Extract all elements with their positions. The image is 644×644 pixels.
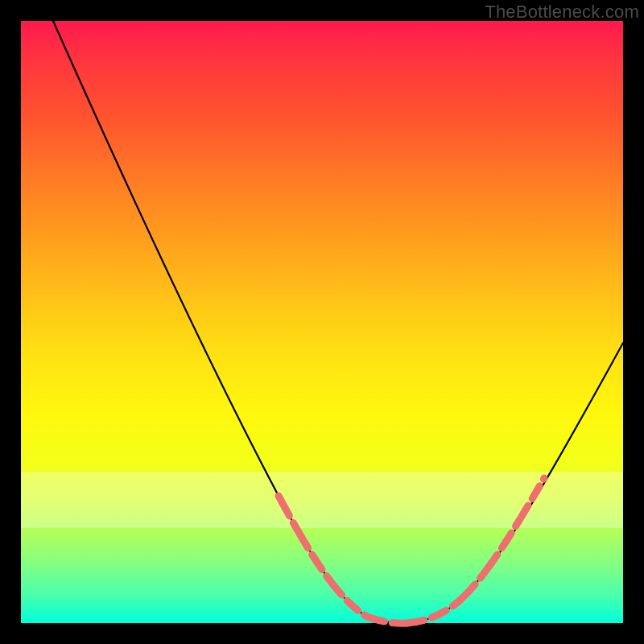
bottleneck-curve [21, 21, 623, 623]
curve-highlight-right [460, 478, 544, 601]
curve-highlight-left [279, 496, 460, 623]
watermark-text: TheBottleneck.com [485, 2, 639, 23]
curve-path [53, 21, 623, 623]
chart-plot-area [21, 21, 623, 623]
